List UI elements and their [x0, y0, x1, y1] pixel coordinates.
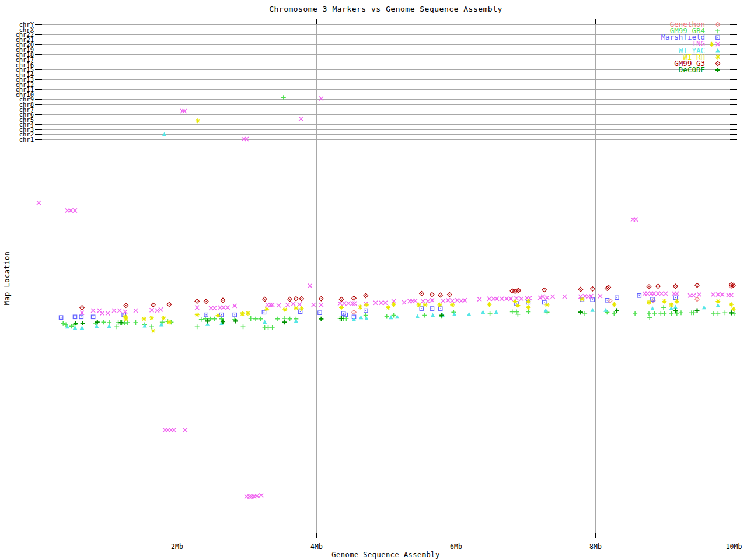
chart-title: Chromosome 3 Markers vs Genome Sequence …	[37, 5, 735, 13]
point-gm99_g3	[319, 296, 324, 301]
point-gm99_g3	[294, 296, 299, 301]
x-tick-label-4Mb: 4Mb	[310, 542, 323, 551]
point-wi_yac	[603, 308, 608, 312]
point-wi_yac	[352, 317, 356, 321]
tick-labels-layer: chrYchrXchr22chr21chr20chr19chr18chr17ch…	[15, 21, 742, 551]
point-wi_rh	[151, 328, 155, 333]
point-tng	[312, 303, 316, 307]
legend-marker-icon-marshfield	[716, 36, 720, 39]
point-gm99_g3	[656, 284, 661, 289]
point-marshfield	[204, 313, 208, 317]
series-decode	[74, 309, 734, 326]
y-tick-label-chr1: chr1	[19, 136, 34, 143]
point-tng	[656, 292, 660, 296]
point-gm99_gb4	[266, 325, 271, 330]
point-tng	[338, 302, 342, 306]
legend-marker-icon-wi_rh	[715, 55, 720, 60]
point-gm99_gb4	[647, 315, 652, 320]
point-tng	[720, 293, 724, 297]
point-wi_rh	[392, 302, 396, 307]
point-tng	[291, 302, 295, 306]
point-tng	[477, 298, 481, 302]
point-wi_yac	[263, 320, 267, 324]
point-tng	[446, 298, 450, 302]
point-tng	[675, 292, 679, 296]
point-wi_rh	[339, 305, 344, 310]
point-marshfield	[262, 310, 266, 314]
point-tng	[319, 303, 323, 307]
point-gm99_g3	[542, 288, 547, 292]
point-gm99_gb4	[253, 317, 258, 321]
point-gm99_gb4	[385, 314, 389, 318]
point-tng	[183, 109, 187, 113]
point-gm99_gb4	[510, 309, 515, 314]
point-gm99_gb4	[241, 324, 246, 329]
point-decode	[282, 320, 287, 324]
point-tng	[729, 293, 734, 297]
point-wi_yac	[416, 314, 420, 318]
point-tng	[255, 494, 259, 498]
point-wi_rh	[246, 311, 250, 316]
point-gm99_g3	[124, 303, 128, 308]
point-tng	[319, 97, 323, 101]
point-gm99_gb4	[102, 320, 106, 324]
point-gm99_g3	[352, 296, 357, 301]
plot-border-layer	[37, 19, 735, 538]
point-gm99_gb4	[679, 310, 683, 315]
point-gm99_g3	[438, 293, 443, 298]
point-tng	[352, 302, 357, 306]
point-tng	[645, 292, 650, 296]
point-tng	[212, 306, 217, 310]
point-marshfield	[615, 296, 619, 299]
point-wi_rh	[438, 303, 442, 307]
point-gm99_gb4	[488, 311, 493, 316]
point-tng	[166, 428, 170, 432]
point-tng	[491, 297, 495, 301]
point-decode	[95, 320, 100, 324]
point-marshfield	[591, 298, 594, 302]
legend-item-marshfield: Marshfield	[661, 33, 720, 41]
point-marshfield	[430, 307, 434, 310]
point-gm99_gb4	[633, 312, 637, 316]
point-tng	[155, 309, 159, 313]
point-tng	[106, 312, 110, 316]
plot-border	[37, 19, 735, 538]
point-gm99_g3	[288, 297, 292, 302]
point-tng	[487, 297, 491, 301]
point-tng	[430, 298, 434, 302]
point-tng	[226, 306, 230, 310]
point-tng	[351, 302, 355, 306]
point-wi_rh	[358, 304, 362, 309]
point-gm99_gb4	[612, 312, 616, 316]
point-wi_rh	[142, 317, 146, 321]
point-tng	[134, 309, 138, 313]
point-gm99_gb4	[392, 313, 396, 318]
point-wi_rh	[513, 299, 518, 304]
point-gm99_g3	[578, 287, 583, 292]
point-marshfield	[233, 313, 236, 317]
point-gm99_gb4	[364, 313, 368, 318]
point-wi_yac	[364, 316, 368, 320]
point-gm99_g3	[590, 287, 595, 292]
point-gm99_gb4	[652, 312, 657, 316]
legend-marker-icon-decode	[715, 68, 720, 72]
point-decode	[81, 321, 85, 326]
point-gm99_gb4	[249, 316, 253, 321]
point-wi_rh	[715, 299, 720, 304]
point-marshfield	[637, 294, 641, 298]
point-gm99_gb4	[61, 321, 65, 326]
point-gm99_g3	[420, 292, 424, 296]
point-tng	[413, 299, 417, 303]
point-wi_yac	[716, 303, 720, 307]
point-wi_rh	[710, 42, 714, 47]
point-gm99_gb4	[661, 305, 666, 310]
point-decode	[729, 310, 734, 315]
point-gm99_g3	[673, 284, 678, 289]
point-gm99_g3	[430, 292, 435, 297]
x-axis-label: Genome Sequence Assembly	[37, 551, 735, 559]
point-tng	[118, 309, 122, 313]
point-wi_rh	[612, 302, 616, 307]
point-wi_rh	[526, 299, 530, 304]
point-tng	[159, 307, 163, 312]
point-wi_yac	[80, 326, 84, 330]
